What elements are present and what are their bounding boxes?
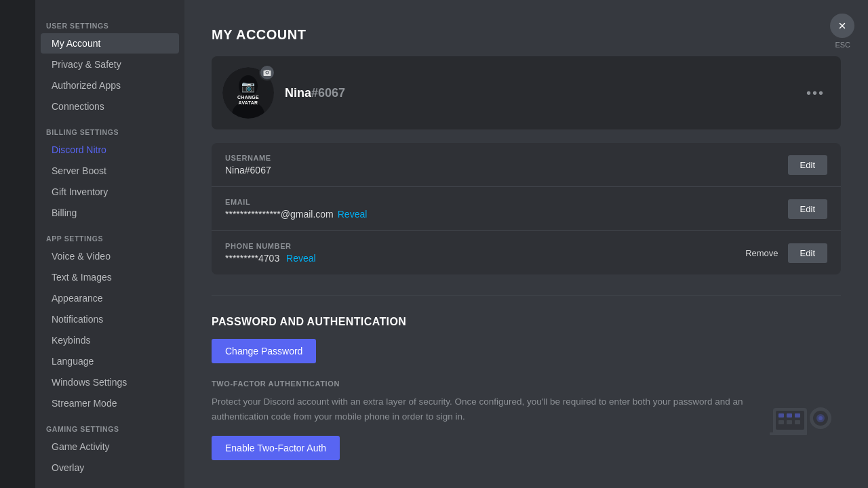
sidebar-item-billing[interactable]: Billing xyxy=(41,203,179,223)
sidebar-item-language[interactable]: Language xyxy=(41,351,179,371)
page-title: MY ACCOUNT xyxy=(212,27,841,43)
email-actions: Edit xyxy=(788,199,827,219)
close-button[interactable] xyxy=(830,14,854,38)
email-edit-button[interactable]: Edit xyxy=(788,199,827,219)
username-field-row: USERNAME Nina#6067 Edit xyxy=(212,143,841,187)
esc-label: ESC xyxy=(835,41,850,49)
sidebar-item-appearance[interactable]: Appearance xyxy=(41,288,179,308)
sidebar-item-server-boost[interactable]: Server Boost xyxy=(41,161,179,181)
sidebar-item-streamer-mode[interactable]: Streamer Mode xyxy=(41,393,179,413)
username-label: USERNAME xyxy=(225,154,788,162)
main-content: MY ACCOUNT 📷 CHANGE AVATAR xyxy=(184,0,868,488)
sidebar-item-authorized-apps[interactable]: Authorized Apps xyxy=(41,75,179,96)
gaming-settings-section: GAMING SETTINGS xyxy=(35,414,184,436)
sidebar-item-gift-inventory[interactable]: Gift Inventory xyxy=(41,182,179,202)
sidebar-item-connections[interactable]: Connections xyxy=(41,96,179,117)
section-divider xyxy=(212,295,841,296)
password-section-title: PASSWORD AND AUTHENTICATION xyxy=(212,316,841,328)
svg-rect-5 xyxy=(778,413,784,418)
user-settings-section: USER SETTINGS xyxy=(35,11,184,33)
fields-card: USERNAME Nina#6067 Edit EMAIL **********… xyxy=(212,143,841,274)
phone-field-row: PHONE NUMBER *********4703 Reveal Remove… xyxy=(212,231,841,274)
email-field-row: EMAIL ***************@gmail.comReveal Ed… xyxy=(212,187,841,231)
avatar-wrapper[interactable]: 📷 CHANGE AVATAR xyxy=(222,67,274,119)
sidebar-item-notifications[interactable]: Notifications xyxy=(41,309,179,329)
twofa-section: TWO-FACTOR AUTHENTICATION Protect your D… xyxy=(212,380,841,460)
camera-icon xyxy=(259,64,275,81)
twofa-body: Protect your Discord account with an ext… xyxy=(212,394,841,460)
sidebar-item-game-activity[interactable]: Game Activity xyxy=(41,436,179,457)
phone-actions: Remove Edit xyxy=(741,243,827,263)
sidebar-item-privacy-safety[interactable]: Privacy & Safety xyxy=(41,54,179,75)
username-actions: Edit xyxy=(788,155,827,175)
svg-rect-9 xyxy=(787,420,792,424)
change-password-button[interactable]: Change Password xyxy=(212,339,316,363)
svg-rect-16 xyxy=(800,432,807,435)
twofa-title: TWO-FACTOR AUTHENTICATION xyxy=(212,380,841,388)
servers-bar xyxy=(0,0,35,488)
sidebar-item-text-images[interactable]: Text & Images xyxy=(41,267,179,287)
phone-edit-button[interactable]: Edit xyxy=(788,243,827,263)
sidebar-item-windows-settings[interactable]: Windows Settings xyxy=(41,372,179,392)
email-reveal-link[interactable]: Reveal xyxy=(338,209,368,220)
main-wrapper: MY ACCOUNT 📷 CHANGE AVATAR xyxy=(184,0,868,488)
sidebar-item-keybinds[interactable]: Keybinds xyxy=(41,330,179,350)
profile-card: 📷 CHANGE AVATAR Nina#6067 ••• xyxy=(212,56,841,129)
billing-settings-section: BILLING SETTINGS xyxy=(35,117,184,139)
phone-field-left: PHONE NUMBER *********4703 Reveal xyxy=(225,242,741,264)
phone-value: *********4703 Reveal xyxy=(225,253,741,264)
sidebar: USER SETTINGS My Account Privacy & Safet… xyxy=(35,0,184,488)
svg-rect-8 xyxy=(778,420,784,424)
sidebar-item-discord-nitro[interactable]: Discord Nitro xyxy=(41,140,179,160)
app-settings-section: APP SETTINGS xyxy=(35,224,184,245)
svg-rect-10 xyxy=(795,420,800,424)
email-label: EMAIL xyxy=(225,198,788,206)
username-value: Nina#6067 xyxy=(225,165,788,176)
more-options-button[interactable]: ••• xyxy=(801,83,830,104)
twofa-illustration xyxy=(766,394,841,442)
sidebar-item-my-account[interactable]: My Account xyxy=(41,33,179,54)
username-display: Nina#6067 xyxy=(285,86,801,100)
username-edit-button[interactable]: Edit xyxy=(788,155,827,175)
phone-reveal-link[interactable]: Reveal xyxy=(286,253,316,264)
enable-twofa-button[interactable]: Enable Two-Factor Auth xyxy=(212,436,340,460)
twofa-description: Protect your Discord account with an ext… xyxy=(212,394,753,424)
svg-rect-6 xyxy=(787,413,792,418)
email-field-left: EMAIL ***************@gmail.comReveal xyxy=(225,198,788,220)
svg-rect-15 xyxy=(770,432,776,435)
twofa-text-block: Protect your Discord account with an ext… xyxy=(212,394,753,460)
username-field-left: USERNAME Nina#6067 xyxy=(225,154,788,176)
svg-point-14 xyxy=(818,416,823,420)
sidebar-item-voice-video[interactable]: Voice & Video xyxy=(41,246,179,266)
email-value: ***************@gmail.comReveal xyxy=(225,209,788,220)
sidebar-item-overlay[interactable]: Overlay xyxy=(41,458,179,478)
svg-rect-7 xyxy=(795,413,800,418)
phone-label: PHONE NUMBER xyxy=(225,242,741,250)
phone-remove-button[interactable]: Remove xyxy=(741,243,782,263)
